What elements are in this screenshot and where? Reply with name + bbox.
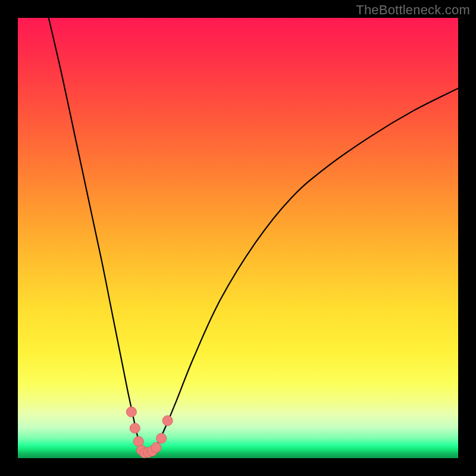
highlight-markers bbox=[126, 407, 173, 458]
marker-point bbox=[136, 445, 146, 455]
marker-point bbox=[147, 446, 157, 456]
marker-point bbox=[151, 443, 161, 453]
chart-frame: TheBottleneck.com bbox=[0, 0, 476, 476]
watermark-text: TheBottleneck.com bbox=[356, 2, 470, 18]
marker-point bbox=[143, 447, 154, 458]
marker-point bbox=[140, 448, 150, 458]
marker-point bbox=[130, 423, 140, 433]
chart-plot-area bbox=[18, 18, 458, 458]
chart-svg bbox=[18, 18, 458, 458]
marker-point bbox=[156, 433, 167, 443]
marker-point bbox=[126, 407, 136, 417]
marker-point bbox=[133, 436, 143, 446]
bottleneck-curve bbox=[49, 18, 458, 454]
marker-point bbox=[162, 416, 173, 426]
